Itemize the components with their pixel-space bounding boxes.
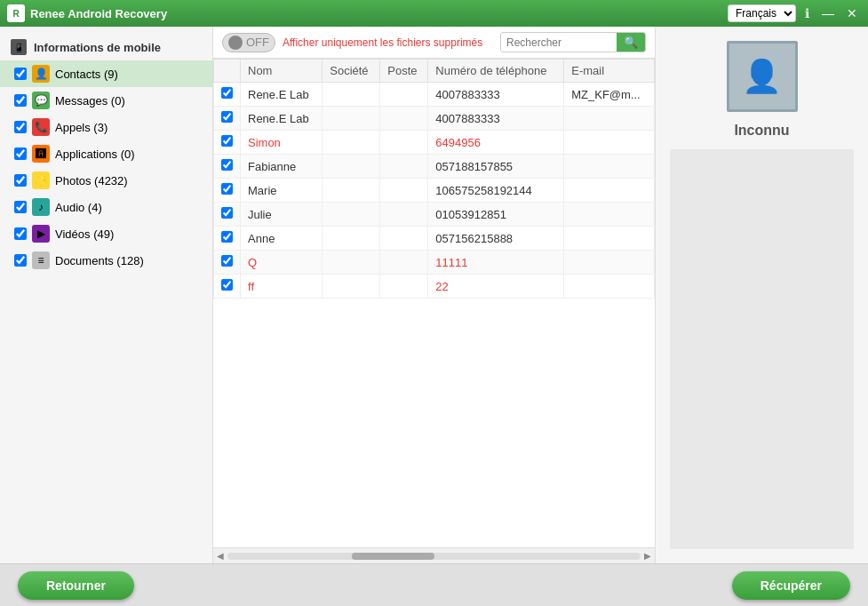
row-checkbox-cell[interactable]: [214, 275, 241, 299]
bottom-bar: Retourner Récupérer: [0, 563, 868, 606]
sidebar-item-audio[interactable]: ♪ Audio (4): [0, 194, 212, 220]
sidebar-item-appels[interactable]: 📞 Appels (3): [0, 114, 212, 140]
row-checkbox[interactable]: [221, 207, 233, 219]
table-row[interactable]: Rene.E Lab4007883333MZ_KF@m...: [214, 83, 655, 107]
scrollbar-thumb[interactable]: [352, 553, 434, 560]
row-checkbox-cell[interactable]: [214, 251, 241, 275]
row-poste: [380, 83, 428, 107]
search-button[interactable]: 🔍: [617, 33, 645, 52]
language-select[interactable]: Français English: [728, 4, 796, 22]
avatar-icon: 👤: [742, 58, 782, 95]
messages-checkbox[interactable]: [14, 94, 27, 107]
row-email: [564, 179, 655, 203]
row-checkbox[interactable]: [221, 135, 233, 147]
appels-label: Appels (3): [55, 121, 108, 134]
col-societe: Société: [323, 60, 380, 83]
toggle-circle: [228, 36, 243, 50]
videos-checkbox[interactable]: [14, 227, 27, 240]
row-checkbox-cell[interactable]: [214, 155, 241, 179]
toggle-deleted[interactable]: OFF: [222, 33, 275, 52]
info-button[interactable]: ℹ: [801, 6, 813, 20]
row-societe: [323, 203, 380, 227]
row-checkbox[interactable]: [221, 87, 233, 99]
table-row[interactable]: Marie106575258192144: [214, 179, 655, 203]
table-row[interactable]: Anne057156215888: [214, 227, 655, 251]
close-button[interactable]: ✕: [843, 6, 861, 20]
sidebar-item-documents[interactable]: ≡ Documents (128): [0, 247, 212, 274]
scroll-right-arrow[interactable]: ▶: [644, 551, 651, 561]
appels-checkbox[interactable]: [14, 121, 27, 133]
row-checkbox[interactable]: [221, 255, 233, 267]
row-email: [564, 131, 655, 155]
contacts-table-wrapper[interactable]: Nom Société Poste Numéro de téléphone E-…: [213, 59, 655, 547]
row-checkbox[interactable]: [221, 183, 233, 195]
col-nom: Nom: [241, 60, 323, 83]
row-nom: ff: [241, 275, 323, 299]
horizontal-scrollbar[interactable]: ◀ ▶: [213, 547, 655, 563]
sidebar-header: 📱 Informations de mobile: [0, 34, 212, 60]
sidebar-item-videos[interactable]: ▶ Vidéos (49): [0, 220, 212, 247]
row-checkbox-cell[interactable]: [214, 203, 241, 227]
sidebar-title: Informations de mobile: [34, 41, 161, 54]
row-checkbox-cell[interactable]: [214, 227, 241, 251]
sidebar-item-messages[interactable]: 💬 Messages (0): [0, 87, 212, 114]
filter-label: Afficher uniquement les fichiers supprim…: [283, 36, 482, 49]
row-email: [564, 227, 655, 251]
table-row[interactable]: Rene.E Lab4007883333: [214, 107, 655, 131]
applications-checkbox[interactable]: [14, 148, 27, 160]
app-title: Renee Android Recovery: [30, 7, 728, 20]
contacts-checkbox[interactable]: [14, 68, 27, 80]
documents-checkbox[interactable]: [14, 254, 27, 267]
back-button[interactable]: Retourner: [18, 571, 134, 600]
row-societe: [323, 155, 380, 179]
audio-checkbox[interactable]: [14, 201, 27, 213]
photos-checkbox[interactable]: [14, 174, 27, 187]
table-header-row: Nom Société Poste Numéro de téléphone E-…: [214, 60, 655, 83]
row-checkbox[interactable]: [221, 111, 233, 123]
toggle-label: OFF: [246, 36, 269, 49]
row-nom: Rene.E Lab: [241, 107, 323, 131]
row-numero: 01053912851: [428, 203, 564, 227]
photos-icon: 🌟: [32, 171, 50, 189]
row-poste: [380, 131, 428, 155]
row-checkbox-cell[interactable]: [214, 107, 241, 131]
table-row[interactable]: Simon6494956: [214, 131, 655, 155]
minimize-button[interactable]: —: [818, 6, 838, 20]
messages-label: Messages (0): [55, 94, 125, 108]
row-checkbox[interactable]: [221, 279, 233, 291]
sidebar: 📱 Informations de mobile 👤 Contacts (9) …: [0, 27, 213, 563]
row-societe: [323, 275, 380, 299]
sidebar-item-applications[interactable]: 🅰 Applications (0): [0, 140, 212, 167]
col-email: E-mail: [564, 60, 655, 83]
col-check: [214, 60, 241, 83]
search-input[interactable]: [501, 34, 617, 52]
recover-button[interactable]: Récupérer: [732, 571, 850, 600]
sidebar-item-contacts[interactable]: 👤 Contacts (9): [0, 60, 212, 87]
audio-label: Audio (4): [55, 201, 102, 214]
row-nom: Fabianne: [241, 155, 323, 179]
table-row[interactable]: Q11111: [214, 251, 655, 275]
row-nom: Rene.E Lab: [241, 83, 323, 107]
search-box: 🔍: [500, 32, 646, 52]
table-row[interactable]: Julie01053912851: [214, 203, 655, 227]
scroll-left-arrow[interactable]: ◀: [217, 551, 224, 561]
row-checkbox[interactable]: [221, 159, 233, 171]
contacts-icon: 👤: [32, 65, 50, 83]
row-checkbox-cell[interactable]: [214, 131, 241, 155]
contact-name: Inconnu: [734, 123, 789, 139]
row-checkbox[interactable]: [221, 231, 233, 243]
photos-label: Photos (4232): [55, 174, 128, 187]
table-row[interactable]: Fabianne057188157855: [214, 155, 655, 179]
row-checkbox-cell[interactable]: [214, 179, 241, 203]
applications-label: Applications (0): [55, 148, 135, 161]
row-checkbox-cell[interactable]: [214, 83, 241, 107]
scrollbar-track[interactable]: [227, 553, 641, 560]
videos-icon: ▶: [32, 225, 50, 243]
sidebar-item-photos[interactable]: 🌟 Photos (4232): [0, 167, 212, 194]
appels-icon: 📞: [32, 118, 50, 136]
toolbar: OFF Afficher uniquement les fichiers sup…: [213, 27, 655, 59]
row-numero: 11111: [428, 251, 564, 275]
table-row[interactable]: ff22: [214, 275, 655, 299]
row-nom: Simon: [241, 131, 323, 155]
videos-label: Vidéos (49): [55, 227, 114, 241]
